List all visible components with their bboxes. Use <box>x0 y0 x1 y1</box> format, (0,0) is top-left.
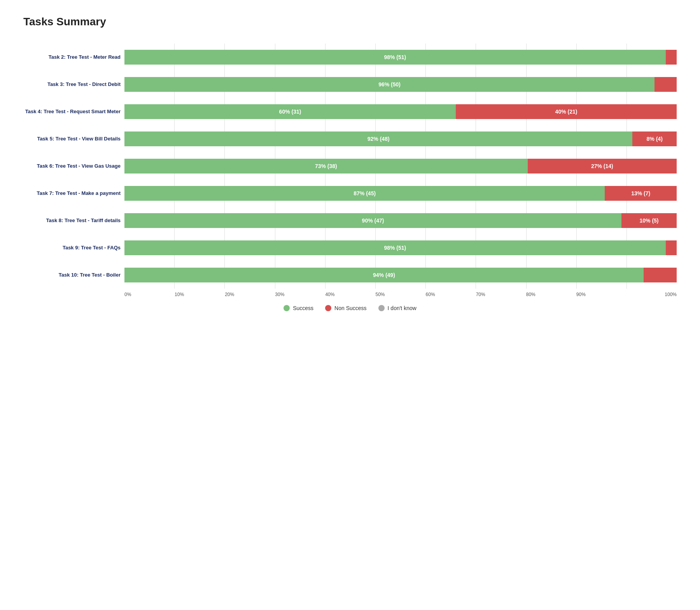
bar-segment-success: 92% (48) <box>124 131 632 146</box>
bar-segment-non-success <box>666 240 677 255</box>
x-axis-label: 20% <box>225 292 275 297</box>
legend-dot-dont-know <box>378 305 385 311</box>
bar-segment-success: 90% (47) <box>124 213 621 228</box>
x-axis-label: 30% <box>275 292 325 297</box>
bar-track: 94% (49) <box>124 268 677 282</box>
bar-row: 87% (45)13% (7) <box>124 180 677 207</box>
bar-track: 98% (51) <box>124 240 677 255</box>
bar-row: 96% (50) <box>124 71 677 98</box>
y-axis-label: Task 9: Tree Test - FAQs <box>23 242 121 254</box>
bars-section: 98% (51)96% (50)60% (31)40% (21)92% (48)… <box>124 44 677 289</box>
bar-segment-non-success: 40% (21) <box>456 104 677 119</box>
bar-segment-non-success <box>666 50 677 65</box>
bar-track: 60% (31)40% (21) <box>124 104 677 119</box>
bar-row: 98% (51) <box>124 234 677 261</box>
legend: Success Non Success I don't know <box>23 305 677 311</box>
legend-dot-non-success <box>325 305 331 311</box>
bar-track: 96% (50) <box>124 77 677 92</box>
y-axis-label: Task 5: Tree Test - View Bill Details <box>23 133 121 145</box>
y-axis-label: Task 2: Tree Test - Meter Read <box>23 52 121 63</box>
bar-segment-success: 98% (51) <box>124 240 666 255</box>
bar-row: 60% (31)40% (21) <box>124 98 677 125</box>
y-axis-label: Task 6: Tree Test - View Gas Usage <box>23 161 121 172</box>
y-axis-label: Task 8: Tree Test - Tariff details <box>23 215 121 226</box>
x-axis-label: 60% <box>426 292 476 297</box>
chart-area: Task 2: Tree Test - Meter ReadTask 3: Tr… <box>23 44 677 289</box>
bar-segment-non-success: 13% (7) <box>605 186 677 201</box>
bar-segment-non-success: 27% (14) <box>528 159 677 174</box>
bar-row: 98% (51) <box>124 44 677 71</box>
bar-row: 73% (38)27% (14) <box>124 152 677 180</box>
legend-item-success: Success <box>284 305 313 311</box>
bar-segment-success: 87% (45) <box>124 186 605 201</box>
bar-segment-non-success: 8% (4) <box>632 131 677 146</box>
y-axis: Task 2: Tree Test - Meter ReadTask 3: Tr… <box>23 44 124 289</box>
page-title: Tasks Summary <box>23 16 677 28</box>
bar-track: 73% (38)27% (14) <box>124 159 677 174</box>
bar-row: 94% (49) <box>124 261 677 289</box>
bar-row: 92% (48)8% (4) <box>124 125 677 152</box>
x-axis: 0%10%20%30%40%50%60%70%80%90%100% <box>124 292 677 297</box>
x-axis-label: 10% <box>175 292 225 297</box>
x-axis-label: 90% <box>576 292 626 297</box>
bar-segment-non-success <box>644 268 677 282</box>
bar-segment-non-success <box>654 77 677 92</box>
x-axis-label: 100% <box>626 292 677 297</box>
y-axis-label: Task 7: Tree Test - Make a payment <box>23 188 121 199</box>
legend-dot-success <box>284 305 290 311</box>
y-axis-label: Task 10: Tree Test - Boiler <box>23 270 121 281</box>
y-axis-label: Task 3: Tree Test - Direct Debit <box>23 79 121 90</box>
bar-rows: 98% (51)96% (50)60% (31)40% (21)92% (48)… <box>124 44 677 289</box>
bar-segment-success: 96% (50) <box>124 77 654 92</box>
x-axis-label: 40% <box>325 292 375 297</box>
bar-track: 87% (45)13% (7) <box>124 186 677 201</box>
bar-row: 90% (47)10% (5) <box>124 207 677 234</box>
bar-segment-success: 73% (38) <box>124 159 528 174</box>
bar-segment-non-success: 10% (5) <box>621 213 677 228</box>
legend-item-dont-know: I don't know <box>378 305 416 311</box>
chart-container: Task 2: Tree Test - Meter ReadTask 3: Tr… <box>23 44 677 311</box>
legend-label-non-success: Non Success <box>334 305 366 311</box>
bar-segment-success: 94% (49) <box>124 268 644 282</box>
legend-label-dont-know: I don't know <box>388 305 416 311</box>
legend-item-non-success: Non Success <box>325 305 366 311</box>
bar-track: 98% (51) <box>124 50 677 65</box>
y-axis-label: Task 4: Tree Test - Request Smart Meter <box>23 106 121 117</box>
bar-track: 92% (48)8% (4) <box>124 131 677 146</box>
x-axis-label: 70% <box>476 292 526 297</box>
bar-track: 90% (47)10% (5) <box>124 213 677 228</box>
x-axis-label: 0% <box>124 292 175 297</box>
legend-label-success: Success <box>293 305 313 311</box>
bar-segment-success: 60% (31) <box>124 104 456 119</box>
x-axis-label: 80% <box>526 292 576 297</box>
bar-segment-success: 98% (51) <box>124 50 666 65</box>
x-axis-label: 50% <box>375 292 425 297</box>
